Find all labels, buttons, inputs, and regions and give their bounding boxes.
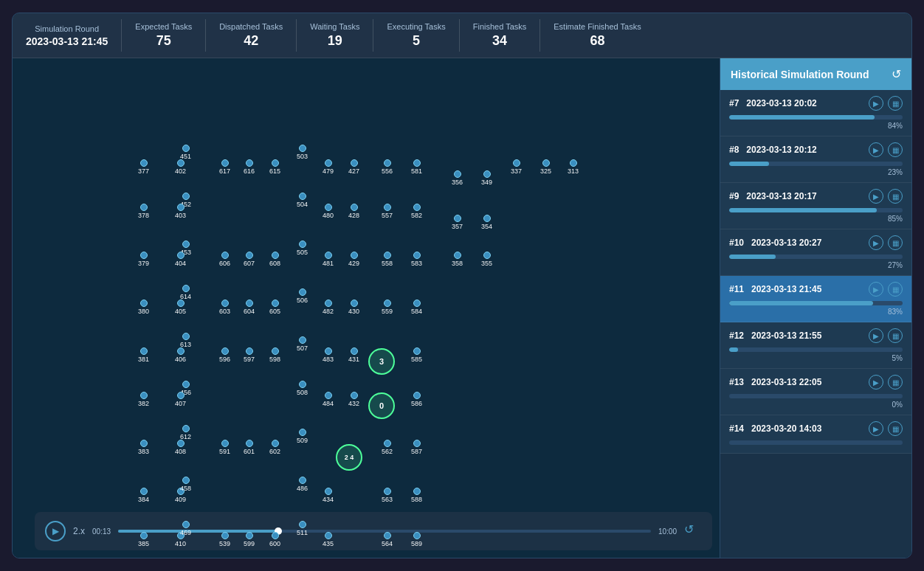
map-node: 599 (244, 532, 255, 547)
round-progress-pct: 27% (729, 261, 903, 269)
round-play-button[interactable]: ▶ (869, 96, 883, 111)
round-item[interactable]: #14 2023-03-20 14:03 ▶ ▦ (720, 415, 911, 454)
round-actions: ▶ ▦ (869, 375, 903, 390)
round-chart-button[interactable]: ▦ (888, 282, 903, 297)
node-dot (182, 381, 190, 388)
node-label: 402 (175, 167, 186, 175)
node-label: 355 (481, 260, 492, 267)
node-dot (140, 300, 148, 307)
round-chart-button[interactable]: ▦ (888, 375, 903, 390)
map-node: 483 (323, 347, 334, 363)
node-label: 469 (180, 529, 191, 536)
round-header: #7 2023-03-13 20:02 ▶ ▦ (729, 96, 903, 111)
map-node: 408 (175, 440, 186, 455)
node-dot (177, 252, 185, 259)
map-node: 480 (323, 204, 334, 219)
node-dot (299, 521, 306, 528)
round-chart-button[interactable]: ▦ (888, 235, 903, 250)
map-node: 434 (323, 488, 334, 503)
round-progress-bar (729, 347, 903, 352)
map-area: 3 0 2 4 ▶ 2.x 00:13 10:00 ↺ 377402451617… (13, 58, 720, 558)
node-dot (384, 300, 391, 307)
node-dot (246, 300, 253, 307)
map-node: 586 (411, 392, 422, 407)
node-dot (272, 347, 279, 355)
node-label: 563 (382, 496, 393, 503)
map-node: 383 (138, 440, 149, 455)
estimate-finished-stat: Estimate Finished Tasks 68 (540, 19, 654, 52)
map-node: 606 (219, 252, 230, 267)
round-play-button[interactable]: ▶ (869, 189, 883, 204)
node-label: 430 (348, 308, 359, 315)
map-node: 451 (180, 145, 191, 160)
map-node: 583 (411, 252, 422, 267)
robot-0: 0 (368, 392, 395, 419)
round-play-button[interactable]: ▶ (869, 282, 883, 297)
node-dot (384, 252, 391, 259)
round-progress-fill (729, 301, 873, 305)
node-dot (140, 159, 148, 167)
round-play-button[interactable]: ▶ (869, 235, 883, 250)
node-dot (325, 488, 332, 495)
map-node: 511 (297, 521, 308, 536)
node-dot (570, 159, 577, 167)
map-node: 598 (269, 347, 280, 363)
node-label: 503 (297, 153, 308, 160)
round-progress-fill (729, 347, 738, 352)
rounds-list[interactable]: #7 2023-03-13 20:02 ▶ ▦ 84% #8 2023-03-1… (720, 90, 911, 558)
round-play-button[interactable]: ▶ (869, 328, 883, 343)
round-item[interactable]: #9 2023-03-13 20:17 ▶ ▦ 85% (720, 183, 911, 229)
node-dot (140, 252, 148, 259)
map-node: 382 (138, 392, 149, 407)
round-item[interactable]: #10 2023-03-13 20:27 ▶ ▦ 27% (720, 229, 911, 276)
node-label: 383 (138, 448, 149, 455)
node-dot (325, 300, 332, 307)
node-dot (483, 215, 491, 222)
map-node: 617 (219, 159, 230, 175)
node-dot (351, 392, 358, 399)
node-label: 380 (138, 308, 149, 315)
map-node: 614 (180, 285, 191, 300)
app-window: Simulation Round 2023-03-13 21:45 Expect… (12, 13, 912, 558)
node-dot (182, 285, 190, 292)
estimate-finished-value: 68 (590, 33, 604, 49)
round-item[interactable]: #11 2023-03-13 21:45 ▶ ▦ 83% (720, 276, 911, 322)
round-chart-button[interactable]: ▦ (888, 96, 903, 111)
play-button[interactable]: ▶ (45, 521, 66, 541)
node-dot (384, 488, 391, 495)
round-play-button[interactable]: ▶ (869, 375, 883, 390)
round-item[interactable]: #8 2023-03-13 20:12 ▶ ▦ 23% (720, 136, 911, 183)
node-dot (413, 159, 421, 167)
node-label: 604 (244, 308, 255, 315)
node-label: 381 (138, 356, 149, 363)
node-label: 384 (138, 496, 149, 503)
round-chart-button[interactable]: ▦ (888, 189, 903, 204)
round-play-button[interactable]: ▶ (869, 142, 883, 157)
node-label: 403 (175, 212, 186, 219)
node-label: 409 (175, 496, 186, 503)
node-dot (413, 252, 421, 259)
round-play-button[interactable]: ▶ (869, 421, 883, 436)
round-item[interactable]: #12 2023-03-13 21:55 ▶ ▦ 5% (720, 322, 911, 369)
node-dot (454, 252, 461, 259)
round-chart-button[interactable]: ▦ (888, 328, 903, 343)
expected-tasks-stat: Expected Tasks 75 (122, 19, 206, 52)
round-item[interactable]: #13 2023-03-13 22:05 ▶ ▦ 0% (720, 369, 911, 415)
node-dot (272, 532, 279, 539)
round-progress-bar (729, 255, 903, 259)
node-dot (246, 347, 253, 355)
round-id: #14 2023-03-20 14:03 (729, 423, 821, 434)
node-label: 509 (297, 437, 308, 444)
map-node: 430 (348, 300, 359, 315)
round-chart-button[interactable]: ▦ (888, 142, 903, 157)
node-label: 511 (297, 529, 308, 536)
panel-refresh-icon[interactable]: ↺ (892, 67, 901, 81)
map-node: 585 (411, 347, 422, 363)
round-chart-button[interactable]: ▦ (888, 421, 903, 436)
round-item[interactable]: #7 2023-03-13 20:02 ▶ ▦ 84% (720, 90, 911, 136)
map-node: 431 (348, 347, 359, 363)
map-node: 507 (297, 336, 308, 352)
refresh-playback-icon[interactable]: ↺ (684, 522, 702, 540)
round-actions: ▶ ▦ (869, 421, 903, 436)
node-dot (182, 425, 190, 432)
